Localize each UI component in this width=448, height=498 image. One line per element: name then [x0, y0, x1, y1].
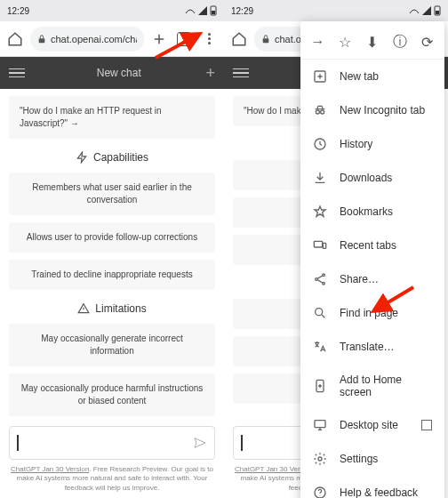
- menu-desktop-site[interactable]: Desktop site: [300, 408, 444, 442]
- svg-point-18: [318, 457, 322, 461]
- lock-icon: [261, 35, 270, 44]
- status-time: 12:29: [7, 6, 29, 16]
- menu-icon[interactable]: [9, 68, 25, 78]
- capability-card: Allows user to provide follow-up correct…: [9, 222, 215, 253]
- status-icons: [409, 5, 441, 16]
- message-input[interactable]: [9, 426, 215, 460]
- browser-toolbar: chat.openai.com/chat 1: [0, 21, 224, 57]
- menu-share[interactable]: Share…: [300, 262, 444, 296]
- download-icon: [313, 171, 327, 185]
- download-icon[interactable]: ⬇: [363, 32, 382, 52]
- menu-find[interactable]: Find in page: [300, 296, 444, 330]
- warning-icon: [77, 302, 90, 315]
- menu-icon[interactable]: [233, 68, 249, 78]
- translate-icon: [313, 340, 327, 354]
- new-tab-icon[interactable]: [149, 29, 169, 49]
- svg-point-7: [316, 110, 319, 114]
- capability-card: Remembers what user said earlier in the …: [9, 173, 215, 215]
- gear-icon: [313, 452, 327, 466]
- page-content: "How do I make an HTTP request in Javasc…: [0, 89, 224, 421]
- new-chat-icon[interactable]: +: [205, 64, 215, 83]
- send-icon[interactable]: [193, 436, 207, 450]
- home-icon[interactable]: [5, 29, 25, 49]
- desktop-icon: [313, 418, 327, 432]
- info-icon[interactable]: ⓘ: [390, 32, 410, 52]
- menu-recent-tabs[interactable]: Recent tabs: [300, 229, 444, 262]
- phone-right: 12:29 chat.open "How do I make a x Remem…: [224, 0, 448, 498]
- limitation-card: May occasionally generate incorrect info…: [9, 324, 215, 366]
- status-bar: 12:29: [224, 0, 448, 21]
- overflow-menu: → ☆ ⬇ ⓘ ⟳ New tab New Incognito tab Hist…: [300, 21, 444, 498]
- example-prompt[interactable]: "How do I make an HTTP request in Javasc…: [9, 96, 215, 139]
- incognito-icon: [313, 103, 327, 117]
- menu-top-row: → ☆ ⬇ ⓘ ⟳: [300, 25, 444, 60]
- star-icon: [313, 205, 327, 219]
- svg-rect-10: [314, 241, 322, 247]
- svg-point-12: [323, 274, 325, 277]
- lock-icon: [37, 35, 46, 44]
- svg-rect-11: [323, 243, 325, 248]
- help-icon: [313, 486, 327, 498]
- add-home-icon: [313, 379, 327, 393]
- url-text: chat.openai.com/chat: [51, 34, 137, 44]
- menu-incognito[interactable]: New Incognito tab: [300, 93, 444, 127]
- svg-rect-1: [212, 11, 215, 14]
- status-bar: 12:29: [0, 0, 224, 21]
- menu-settings[interactable]: Settings: [300, 442, 444, 476]
- history-icon: [313, 137, 327, 151]
- status-icons: [185, 5, 217, 16]
- menu-new-tab[interactable]: New tab: [300, 60, 444, 93]
- footer-text: ChatGPT Jan 30 Version. Free Research Pr…: [0, 465, 224, 498]
- forward-icon[interactable]: →: [308, 32, 327, 52]
- home-icon[interactable]: [229, 29, 249, 49]
- svg-rect-4: [436, 11, 439, 14]
- plus-box-icon: [313, 69, 327, 84]
- bolt-icon: [76, 151, 88, 164]
- search-icon: [313, 306, 327, 320]
- menu-history[interactable]: History: [300, 127, 444, 161]
- menu-help[interactable]: Help & feedback: [300, 476, 444, 498]
- limitation-card: May occasionally produce harmful instruc…: [9, 374, 215, 416]
- svg-rect-17: [315, 421, 325, 428]
- menu-translate[interactable]: Translate…: [300, 330, 444, 364]
- url-bar[interactable]: chat.openai.com/chat: [30, 27, 144, 52]
- svg-point-8: [321, 110, 324, 114]
- chat-title: New chat: [32, 67, 205, 79]
- capabilities-heading: Capabilities: [9, 151, 215, 164]
- menu-bookmarks[interactable]: Bookmarks: [300, 195, 444, 229]
- chat-header: New chat +: [0, 57, 224, 89]
- reload-icon[interactable]: ⟳: [418, 32, 437, 52]
- svg-point-15: [316, 309, 323, 316]
- menu-downloads[interactable]: Downloads: [300, 161, 444, 195]
- share-icon: [313, 272, 327, 286]
- svg-point-13: [316, 278, 318, 281]
- capability-card: Trained to decline inappropriate request…: [9, 260, 215, 290]
- phone-left: 12:29 chat.openai.com/chat 1 New chat + …: [0, 0, 224, 498]
- svg-rect-5: [263, 38, 269, 43]
- desktop-checkbox[interactable]: [421, 420, 432, 430]
- svg-point-14: [323, 282, 325, 285]
- devices-icon: [313, 238, 327, 253]
- tabs-switcher[interactable]: 1: [174, 29, 194, 49]
- overflow-menu-icon[interactable]: [199, 29, 219, 49]
- menu-add-home[interactable]: Add to Home screen: [300, 364, 444, 408]
- bookmark-star-icon[interactable]: ☆: [335, 32, 355, 52]
- svg-rect-2: [39, 38, 45, 43]
- status-time: 12:29: [231, 6, 253, 16]
- limitations-heading: Limitations: [9, 302, 215, 315]
